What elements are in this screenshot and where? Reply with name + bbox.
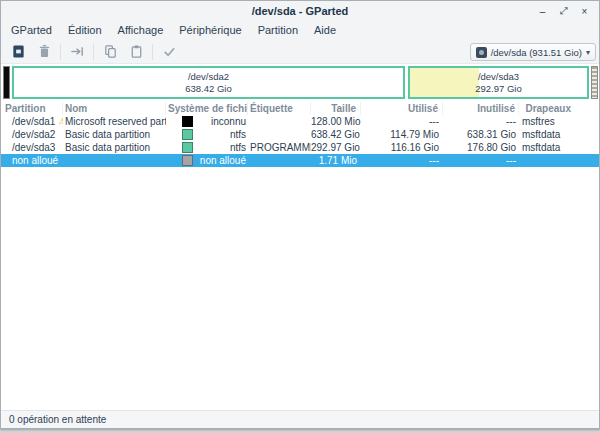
device-selector-value: /dev/sda (931.51 Gio) [491, 47, 582, 58]
partition-unused: --- [443, 115, 519, 128]
partition-flags: msftdata [519, 128, 599, 141]
delete-icon [37, 44, 52, 59]
header-drapeaux: Drapeaux [519, 102, 599, 115]
filesystem-name: ntfs [193, 128, 248, 141]
filesystem-name: non alloué [193, 154, 248, 167]
partition-used: --- [361, 115, 443, 128]
delete-partition-button[interactable] [31, 42, 57, 62]
new-partition-icon [11, 44, 26, 59]
partition-etiquette [248, 154, 311, 167]
menu-aide[interactable]: Aide [306, 21, 344, 40]
segment-name: /dev/sda2 [188, 71, 229, 83]
partition-used: 114.79 Mio [361, 128, 443, 141]
partition-size: 128.00 Mio [311, 115, 361, 128]
partition-name: /dev/sda1 [12, 115, 55, 128]
partition-etiquette [248, 115, 311, 128]
partition-unused: 176.80 Gio [443, 141, 519, 154]
partition-label: Basic data partition [63, 141, 166, 154]
pending-operations-text: 0 opération en attente [9, 414, 106, 425]
filesystem-name: inconnu [193, 115, 248, 128]
table-row-sda3[interactable]: /dev/sda3 Basic data partition ntfs PROG… [1, 141, 599, 154]
titlebar: /dev/sda - GParted – ⤢ × [1, 1, 599, 21]
partition-name: /dev/sda2 [12, 128, 55, 141]
harddisk-icon [476, 47, 487, 58]
filesystem-name: ntfs [193, 141, 248, 154]
used-space-fill [410, 68, 479, 97]
window-controls: – ⤢ × [532, 1, 595, 21]
disk-segment-sda1[interactable] [3, 66, 10, 99]
partition-list: /dev/sda1 ⚠ Microsoft reserved partition… [1, 115, 599, 167]
partition-size: 1.71 Mio [311, 154, 361, 167]
window-title: /dev/sda - GParted [252, 5, 349, 17]
partition-etiquette [248, 128, 311, 141]
table-row-sda1[interactable]: /dev/sda1 ⚠ Microsoft reserved partition… [1, 115, 599, 128]
table-header: Partition Nom Système de fichiers Étique… [1, 102, 599, 115]
menu-affichage[interactable]: Affichage [110, 21, 172, 40]
resize-move-icon [70, 44, 85, 59]
toolbar: /dev/sda (931.51 Gio) ▾ [1, 40, 599, 64]
partition-used: 116.16 Gio [361, 141, 443, 154]
segment-name: /dev/sda3 [478, 71, 519, 83]
disk-segment-sda2[interactable]: /dev/sda2 638.42 Gio [12, 66, 405, 99]
partition-size: 638.42 Gio [311, 128, 361, 141]
minimize-button[interactable]: – [532, 2, 553, 20]
disk-segment-sda3[interactable]: /dev/sda3 292.97 Gio [408, 66, 589, 99]
disk-visual-panel: /dev/sda2 638.42 Gio /dev/sda3 292.97 Gi… [1, 64, 599, 102]
header-nom: Nom [63, 102, 166, 115]
menu-gparted[interactable]: GParted [3, 21, 60, 40]
partition-flags: msftdata [519, 141, 599, 154]
partition-label [63, 154, 166, 167]
paste-button[interactable] [123, 42, 149, 62]
header-utilise: Utilisé [361, 102, 443, 115]
copy-icon [103, 44, 118, 59]
header-partition: Partition [1, 102, 63, 115]
partition-label: Microsoft reserved partition [63, 115, 166, 128]
menu-partition[interactable]: Partition [250, 21, 306, 40]
apply-button[interactable] [156, 42, 182, 62]
segment-size: 638.42 Gio [185, 83, 231, 95]
close-button[interactable]: × [574, 2, 595, 20]
apply-icon [162, 44, 177, 59]
chevron-down-icon: ▾ [586, 48, 590, 57]
paste-icon [129, 44, 144, 59]
device-selector[interactable]: /dev/sda (931.51 Gio) ▾ [470, 43, 596, 61]
partition-used: --- [361, 154, 443, 167]
partition-flags [519, 154, 599, 167]
toolbar-separator [93, 44, 94, 60]
table-row-unallocated[interactable]: non alloué non alloué 1.71 Mio --- --- [1, 154, 599, 167]
partition-etiquette: PROGRAMMES [248, 141, 311, 154]
gparted-window: /dev/sda - GParted – ⤢ × GParted Édition… [0, 0, 600, 429]
filesystem-color-swatch [182, 116, 193, 127]
filesystem-color-swatch [182, 129, 193, 140]
resize-move-button[interactable] [64, 42, 90, 62]
header-filesystem: Système de fichiers [166, 102, 248, 115]
statusbar: 0 opération en attente [1, 410, 599, 428]
partition-flags: msftres [519, 115, 599, 128]
menubar: GParted Édition Affichage Périphérique P… [1, 21, 599, 40]
filesystem-color-swatch [182, 142, 193, 153]
new-partition-button[interactable] [5, 42, 31, 62]
maximize-button[interactable]: ⤢ [553, 2, 574, 20]
partition-unused: --- [443, 154, 519, 167]
partition-size: 292.97 Gio [311, 141, 361, 154]
disk-segment-unallocated[interactable] [591, 66, 598, 99]
menu-edition[interactable]: Édition [60, 21, 110, 40]
filesystem-color-swatch [182, 155, 193, 166]
table-row-sda2[interactable]: /dev/sda2 Basic data partition ntfs 638.… [1, 128, 599, 141]
segment-size: 292.97 Gio [475, 83, 521, 95]
header-etiquette: Étiquette [248, 102, 311, 115]
partition-name: /dev/sda3 [12, 141, 55, 154]
header-taille: Taille [311, 102, 361, 115]
menu-peripherique[interactable]: Périphérique [171, 21, 249, 40]
partition-name: non alloué [12, 154, 58, 167]
toolbar-separator [60, 44, 61, 60]
partition-unused: 638.31 Gio [443, 128, 519, 141]
partition-label: Basic data partition [63, 128, 166, 141]
header-inutilise: Inutilisé [443, 102, 519, 115]
toolbar-separator [152, 44, 153, 60]
copy-button[interactable] [97, 42, 123, 62]
